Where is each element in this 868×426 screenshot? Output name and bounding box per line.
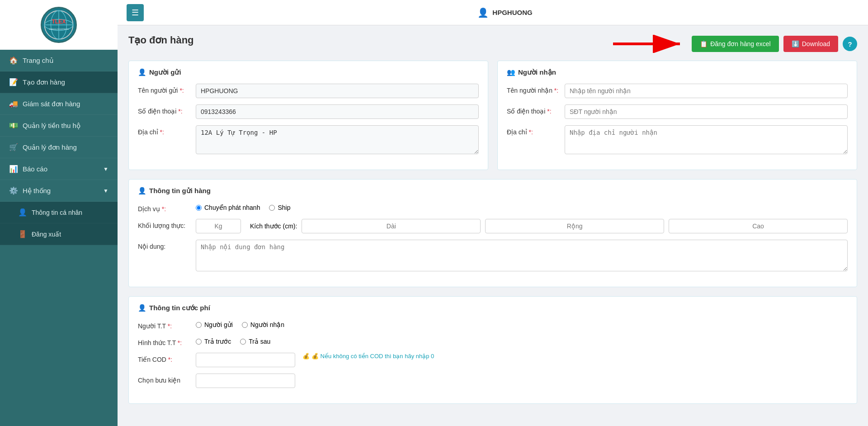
sidebar-item-label: Trang chủ xyxy=(23,57,54,65)
sidebar-item-he-thong[interactable]: ⚙️ Hệ thống ▼ xyxy=(0,180,118,202)
sidebar-item-thong-tin-ca-nhan[interactable]: 👤 Thông tin cá nhân xyxy=(0,202,118,223)
receiver-phone-label: Số điện thoại *: xyxy=(507,104,561,115)
content-row: Nội dung: xyxy=(138,240,848,271)
chevron-down-icon: ▼ xyxy=(103,188,108,194)
hamburger-icon: ☰ xyxy=(132,8,139,18)
excel-icon: 📋 xyxy=(700,40,708,47)
sidebar-sub-label: Đăng xuất xyxy=(32,231,61,238)
download-button[interactable]: ⬇️ Download xyxy=(783,36,838,52)
person-icon: 👤 xyxy=(138,304,146,312)
dim-cao-input[interactable] xyxy=(669,219,848,233)
receiver-address-input[interactable] xyxy=(565,125,848,154)
parcel-type-row: Chọn bưu kiện xyxy=(138,374,848,388)
dim-rong-input[interactable] xyxy=(485,219,664,233)
weight-label: Khối lượng thực: xyxy=(138,219,192,229)
coin-icon: 💰 xyxy=(302,353,310,360)
sidebar-nav: 🏠 Trang chủ 📝 Tạo đơn hàng 🚚 Giám sát đơ… xyxy=(0,50,118,426)
dim-dai-input[interactable] xyxy=(302,219,481,233)
sidebar-logo: TLEX TRANHLOCEXPRESS xyxy=(0,0,118,50)
payment-radio-tra-sau[interactable] xyxy=(240,339,246,345)
payer-radio-group: Người gửi Người nhận xyxy=(196,319,284,328)
parcel-type-label: Chọn bưu kiện xyxy=(138,374,192,384)
menu-toggle-button[interactable]: ☰ xyxy=(127,4,144,21)
track-order-icon: 🚚 xyxy=(9,99,18,108)
sidebar-item-label: Hệ thống xyxy=(23,187,51,195)
sender-phone-input[interactable] xyxy=(196,104,479,119)
sidebar-item-quan-ly-don-hang[interactable]: 🛒 Quản lý đơn hàng xyxy=(0,137,118,158)
create-order-icon: 📝 xyxy=(9,78,18,86)
payer-row: Người T.T *: Người gửi Người nhận xyxy=(138,319,848,330)
payer-option-sender[interactable]: Người gửi xyxy=(196,321,233,328)
service-radio-ship[interactable] xyxy=(269,205,275,211)
sidebar: TLEX TRANHLOCEXPRESS 🏠 Trang chủ 📝 Tạo đ… xyxy=(0,0,118,426)
red-arrow xyxy=(613,35,685,53)
receiver-name-input[interactable] xyxy=(565,84,848,98)
sender-receiver-panels: 👤 Người gửi Tên người gửi *: Số điện tho… xyxy=(128,61,857,170)
service-option-chuyen-phat-nhanh[interactable]: Chuyển phát nhanh xyxy=(196,204,260,211)
sidebar-item-quan-ly-tien-thu-ho[interactable]: 💵 Quản lý tiền thu hộ xyxy=(0,115,118,137)
receiver-name-label: Tên người nhận *: xyxy=(507,84,561,94)
fee-panel: 👤 Thông tin cước phí Người T.T *: Người … xyxy=(128,296,857,404)
cod-input[interactable] xyxy=(196,353,295,367)
parcel-type-input[interactable] xyxy=(196,374,295,388)
payer-label: Người T.T *: xyxy=(138,319,192,330)
action-buttons: 📋 Đăng đơn hàng excel ⬇️ Download ? xyxy=(613,35,857,53)
sender-phone-row: Số điện thoại *: xyxy=(138,104,479,119)
cod-note: 💰 💰 Nếu không có tiền COD thì bạn hãy nh… xyxy=(302,353,434,360)
topbar-username: HPGHUONG xyxy=(492,9,532,16)
payer-radio-receiver[interactable] xyxy=(242,322,248,328)
cod-label: Tiến COD *: xyxy=(138,353,192,363)
page-header: Tạo đơn hàng 📋 Đăng đơn hàng excel xyxy=(128,34,857,53)
service-option-ship[interactable]: Ship xyxy=(269,204,290,211)
chevron-down-icon: ▼ xyxy=(103,166,108,172)
sidebar-item-trang-chu[interactable]: 🏠 Trang chủ xyxy=(0,50,118,71)
payment-radio-tra-truoc[interactable] xyxy=(196,339,202,345)
sender-address-input[interactable] xyxy=(196,125,479,154)
person-icon: 👤 xyxy=(18,208,27,217)
payment-option-tra-truoc[interactable]: Trả trước xyxy=(196,338,231,345)
sender-panel-title: 👤 Người gửi xyxy=(138,68,479,76)
sender-phone-label: Số điện thoại *: xyxy=(138,104,192,115)
sidebar-item-tao-don-hang[interactable]: 📝 Tạo đơn hàng xyxy=(0,71,118,93)
payer-option-receiver[interactable]: Người nhận xyxy=(242,321,284,328)
sender-address-row: Địa chỉ *: xyxy=(138,125,479,154)
receiver-phone-input[interactable] xyxy=(565,104,848,119)
weight-dimensions-row: Khối lượng thực: Kích thước (cm): xyxy=(138,219,848,233)
payer-radio-sender[interactable] xyxy=(196,322,202,328)
service-label: Dịch vụ *: xyxy=(138,202,192,213)
help-button[interactable]: ? xyxy=(843,37,857,51)
payment-method-label: Hình thức T.T *: xyxy=(138,336,192,346)
download-icon: ⬇️ xyxy=(792,40,799,47)
payment-method-row: Hình thức T.T *: Trả trước Trả sau xyxy=(138,336,848,346)
logo: TLEX TRANHLOCEXPRESS xyxy=(41,7,77,43)
receiver-panel: 👥 Người nhận Tên người nhận *: Số điện t… xyxy=(497,61,857,170)
user-avatar-icon: 👤 xyxy=(477,7,489,18)
receiver-panel-title: 👥 Người nhận xyxy=(507,68,848,76)
person-icon: 👤 xyxy=(138,187,146,195)
money-icon: 💵 xyxy=(9,121,18,130)
topbar: ☰ 👤 HPGHUONG xyxy=(118,0,868,25)
weight-input[interactable] xyxy=(196,219,241,233)
service-radio-chuyen-phat-nhanh[interactable] xyxy=(196,205,202,211)
service-radio-group: Chuyển phát nhanh Ship xyxy=(196,202,290,211)
person-icon: 👤 xyxy=(138,68,146,76)
sidebar-item-dang-xuat[interactable]: 🚪 Đăng xuất xyxy=(0,223,118,245)
register-excel-button[interactable]: 📋 Đăng đơn hàng excel xyxy=(692,36,779,52)
sender-name-input[interactable] xyxy=(196,84,479,98)
shipping-panel-title: 👤 Thông tin gửi hàng xyxy=(138,187,848,195)
sender-panel: 👤 Người gửi Tên người gửi *: Số điện tho… xyxy=(128,61,488,170)
receiver-address-label: Địa chỉ *: xyxy=(507,125,561,136)
receiver-address-row: Địa chỉ *: xyxy=(507,125,848,154)
sidebar-sub-he-thong: 👤 Thông tin cá nhân 🚪 Đăng xuất xyxy=(0,202,118,245)
sidebar-item-giam-sat-don-hang[interactable]: 🚚 Giám sát đơn hàng xyxy=(0,93,118,115)
cod-row: Tiến COD *: 💰 💰 Nếu không có tiền COD th… xyxy=(138,353,848,367)
sidebar-item-label: Tạo đơn hàng xyxy=(23,78,65,86)
main-content: ☰ 👤 HPGHUONG Tạo đơn hàng xyxy=(118,0,868,426)
fee-panel-title: 👤 Thông tin cước phí xyxy=(138,304,848,312)
content-input[interactable] xyxy=(196,240,848,271)
sender-name-label: Tên người gửi *: xyxy=(138,84,192,94)
payment-option-tra-sau[interactable]: Trả sau xyxy=(240,338,270,345)
cart-icon: 🛒 xyxy=(9,143,18,151)
settings-icon: ⚙️ xyxy=(9,186,18,195)
sidebar-item-bao-cao[interactable]: 📊 Báo cáo ▼ xyxy=(0,158,118,180)
